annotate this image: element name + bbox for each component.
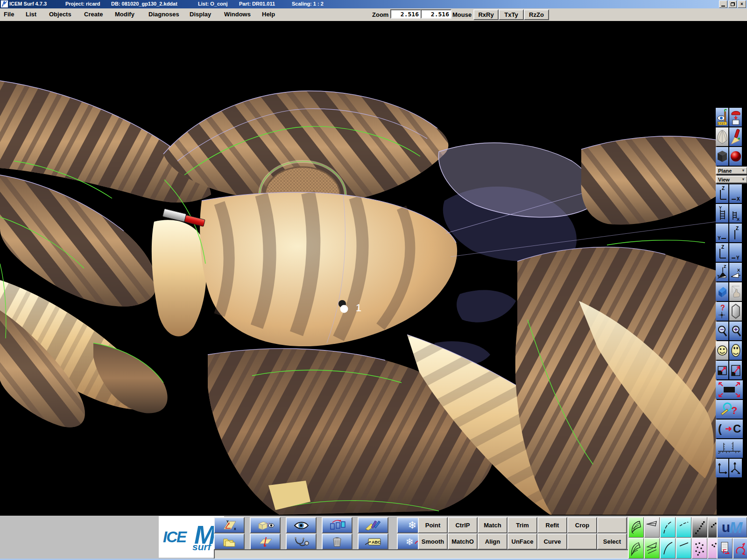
zoom-input-1[interactable] — [390, 9, 421, 19]
cmd-point-button[interactable]: Point — [418, 517, 448, 533]
mirror-button[interactable] — [729, 302, 742, 321]
measure-eye-button[interactable] — [716, 108, 728, 126]
scale-view-small-button[interactable] — [716, 361, 728, 379]
delete-trash-button[interactable] — [322, 533, 352, 550]
paint-tools-button[interactable] — [358, 517, 388, 533]
curve-display-button[interactable] — [660, 517, 676, 538]
svg-text:X: X — [737, 196, 740, 202]
view-front-button[interactable]: Z — [716, 184, 728, 203]
svg-text:Y: Y — [736, 255, 740, 260]
surfaces-display-button[interactable] — [628, 538, 644, 559]
surface-paint-button[interactable] — [729, 127, 742, 146]
axes-rotated-button[interactable] — [729, 459, 742, 477]
render-preview-button[interactable] — [729, 108, 742, 126]
mesh-surfaces-display-button[interactable] — [644, 538, 660, 559]
cmd-select-button[interactable]: Select — [597, 533, 627, 550]
view-dropdown[interactable]: View ▼ — [716, 175, 747, 183]
view-3d-z-button[interactable]: ZY — [716, 263, 728, 281]
identify-element-button[interactable]: ? — [716, 302, 728, 321]
svg-text:?: ? — [731, 405, 737, 416]
svg-text:Z: Z — [721, 245, 724, 250]
cut-plane-button[interactable] — [250, 533, 281, 550]
reset-view-smiley-button[interactable] — [716, 341, 728, 360]
svg-text:X: X — [234, 527, 236, 531]
axes-corner-button[interactable] — [716, 459, 728, 477]
name-tag-button[interactable]: ABC — [358, 533, 388, 550]
menu-diagnoses[interactable]: Diagnoses — [148, 11, 179, 18]
mouse-mode-rxry[interactable]: RxRy — [473, 9, 499, 20]
view-iso-right-button[interactable]: Y — [729, 243, 742, 262]
zoom-out-button[interactable]: − — [716, 322, 728, 340]
visibility-eye-button[interactable] — [286, 517, 317, 533]
menu-file[interactable]: File — [4, 11, 14, 18]
cube-view-button[interactable] — [716, 147, 728, 166]
scale-view-large-button[interactable] — [729, 361, 742, 379]
status-prompt-input[interactable] — [214, 549, 633, 559]
view-left-button[interactable]: Y — [716, 204, 728, 223]
view-bottom-button[interactable]: Z — [729, 224, 742, 242]
scatter-points-display-button[interactable] — [691, 538, 708, 559]
segment-display-button[interactable] — [676, 517, 692, 538]
line-display-button[interactable] — [676, 538, 692, 559]
feature-list-button[interactable]: F — [717, 538, 733, 559]
body-panel-right — [515, 240, 717, 515]
view-right-button[interactable]: X — [729, 204, 742, 223]
cmd-ctrlp-button[interactable]: CtrlP — [448, 517, 478, 533]
eraser-button[interactable] — [716, 282, 728, 301]
cmd-crop-button[interactable]: Crop — [567, 517, 597, 533]
mouse-mode-rzzo[interactable]: RzZo — [524, 9, 549, 20]
view-top-button[interactable]: X — [729, 184, 742, 203]
view-back-button[interactable]: Y — [716, 224, 728, 242]
restore-button[interactable] — [728, 0, 737, 8]
close-button[interactable]: × — [738, 0, 746, 8]
cmd-refit-button[interactable]: Refit — [537, 517, 567, 533]
fit-view-button[interactable] — [716, 380, 743, 399]
cmd-match-button[interactable]: Match — [478, 517, 507, 533]
cmd-curve-button[interactable]: Curve — [537, 533, 567, 550]
cmd-align-button[interactable]: Align — [478, 533, 507, 550]
titlebar[interactable]: ICEM Surf 4.7.3 Project: ricard DB: 0810… — [0, 0, 747, 8]
shell-shading-button[interactable] — [716, 127, 728, 146]
svg-text:+: + — [734, 326, 738, 333]
plane-dropdown[interactable]: Plane ▼ — [716, 167, 747, 175]
view-3d-x-button[interactable]: X — [729, 263, 742, 281]
redo-rotate-button[interactable] — [733, 538, 747, 559]
cmd-blank-1-button[interactable] — [597, 517, 627, 533]
minimize-icon — [721, 6, 725, 7]
diagnosis-button[interactable] — [286, 533, 317, 550]
um-logo-button[interactable]: u M — [717, 517, 747, 538]
coordinate-ruler-button[interactable] — [716, 439, 743, 458]
cmd-unface-button[interactable]: UnFace — [507, 533, 537, 550]
zoom-input-2[interactable] — [421, 9, 451, 19]
transform-hand-button[interactable] — [729, 282, 742, 301]
cmd-trim-button[interactable]: Trim — [507, 517, 537, 533]
minimize-button[interactable] — [719, 0, 727, 8]
menu-objects[interactable]: Objects — [49, 11, 71, 18]
surface-display-button[interactable] — [628, 517, 644, 538]
menu-windows[interactable]: Windows — [224, 11, 251, 18]
view-iso-left-button[interactable]: Z — [716, 243, 728, 262]
open-db-button[interactable] — [214, 533, 245, 550]
cmd-blank-2-button[interactable] — [567, 533, 597, 550]
curve2-display-button[interactable] — [660, 538, 676, 559]
menu-modify[interactable]: Modify — [115, 11, 134, 18]
copy-objects-button[interactable] — [322, 517, 352, 533]
mesh-display-button[interactable] — [644, 517, 660, 538]
curve-convert-button[interactable]: (C — [716, 420, 743, 438]
stretch-view-smiley-button[interactable] — [729, 341, 742, 360]
workplane-button[interactable]: YX — [214, 517, 245, 533]
zoom-in-button[interactable]: + — [729, 322, 742, 340]
menu-help[interactable]: Help — [262, 11, 275, 18]
cmd-matcho-button[interactable]: MatchO — [448, 533, 478, 550]
menu-display[interactable]: Display — [190, 11, 211, 18]
cmd-smooth-button[interactable]: Smooth — [418, 533, 448, 550]
viewport-3d[interactable]: 1 — [0, 21, 717, 516]
menu-create[interactable]: Create — [84, 11, 103, 18]
box-visibility-button[interactable] — [250, 517, 281, 533]
sphere-view-button[interactable] — [729, 147, 742, 166]
menu-list[interactable]: List — [26, 11, 36, 18]
mouse-mode-txty[interactable]: TxTy — [499, 9, 524, 20]
search-element-button[interactable]: ? — [716, 400, 743, 419]
points-curve-display-button[interactable] — [691, 517, 708, 538]
bottom-toolbar: ICE M surf YX ❄ — [0, 516, 747, 559]
